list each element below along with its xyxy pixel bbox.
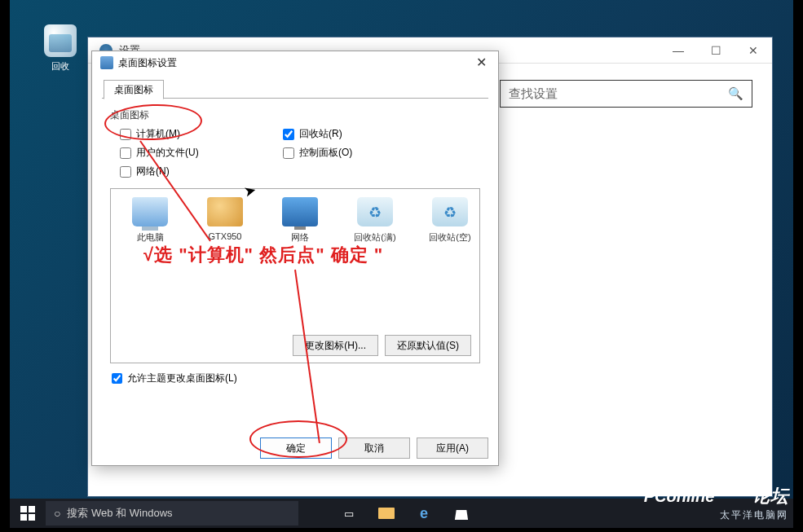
dialog-titlebar: 桌面图标设置 ✕ (92, 51, 498, 74)
maximize-button[interactable]: ☐ (697, 37, 735, 64)
close-button[interactable]: ✕ (735, 37, 772, 64)
tabstrip: 桌面图标 (102, 79, 488, 99)
task-view-button[interactable]: ▭ (331, 499, 367, 528)
icon-preview-panel: 此电脑 GTX950 网络 回收站(满) 回收站(空) √选 "计算机" 然后点… (110, 188, 480, 363)
windows-logo-icon (20, 506, 35, 521)
file-explorer-button[interactable] (368, 499, 404, 528)
taskbar-search-input[interactable]: ○ 搜索 Web 和 Windows (46, 501, 298, 525)
apply-button[interactable]: 应用(A) (417, 437, 488, 459)
desktop-icon-label: 回收 (44, 60, 77, 73)
recycle-full-icon (357, 197, 393, 226)
cancel-button[interactable]: 取消 (338, 437, 410, 459)
checkbox-network[interactable]: 网络(N) (120, 165, 283, 178)
recycle-bin-icon (44, 24, 77, 57)
cortana-icon: ○ (54, 507, 60, 520)
ok-button[interactable]: 确定 (260, 437, 332, 459)
tab-desktop-icons[interactable]: 桌面图标 (104, 80, 164, 99)
minimize-button[interactable]: — (660, 37, 697, 64)
group-label: 桌面图标 (110, 108, 488, 122)
desktop-icon-settings-dialog: 桌面图标设置 ✕ 桌面图标 桌面图标 计算机(M) 回收站(R) 用户的文件(U… (91, 51, 499, 466)
pc-icon (132, 197, 168, 226)
taskbar: ○ 搜索 Web 和 Windows ▭ (10, 499, 793, 528)
preview-this-pc[interactable]: 此电脑 (127, 197, 173, 244)
dialog-icon (100, 56, 113, 69)
preview-bin-full[interactable]: 回收站(满) (352, 197, 398, 244)
checkbox-control-panel[interactable]: 控制面板(O) (283, 146, 446, 160)
preview-network[interactable]: 网络 (277, 197, 323, 244)
dialog-title-text: 桌面图标设置 (118, 56, 177, 70)
user-icon (207, 197, 243, 226)
change-icon-button[interactable]: 更改图标(H)... (293, 335, 378, 356)
checkbox-userfiles[interactable]: 用户的文件(U) (120, 146, 283, 160)
desktop-icon-recycle-bin[interactable]: 回收 (44, 24, 77, 73)
taskbar-search-placeholder: 搜索 Web 和 Windows (67, 506, 172, 521)
annotation-text: √选 "计算机" 然后点" 确定 " (143, 243, 383, 267)
settings-search-input[interactable]: 查找设置 🔍 (500, 80, 752, 108)
preview-user[interactable]: GTX950 (202, 197, 248, 244)
search-placeholder: 查找设置 (509, 86, 558, 102)
recycle-empty-icon (432, 197, 468, 226)
restore-default-button[interactable]: 还原默认值(S) (385, 335, 471, 356)
checkbox-recycle[interactable]: 回收站(R) (283, 127, 446, 141)
dialog-close-button[interactable]: ✕ (470, 52, 493, 73)
checkbox-computer[interactable]: 计算机(M) (120, 127, 283, 141)
search-icon: 🔍 (728, 86, 743, 101)
store-button[interactable] (443, 499, 479, 528)
preview-bin-empty[interactable]: 回收站(空) (427, 197, 473, 244)
edge-button[interactable] (406, 499, 442, 528)
network-icon (282, 197, 318, 226)
start-button[interactable] (10, 499, 46, 528)
checkbox-allow-theme[interactable]: 允许主题更改桌面图标(L) (112, 372, 488, 385)
